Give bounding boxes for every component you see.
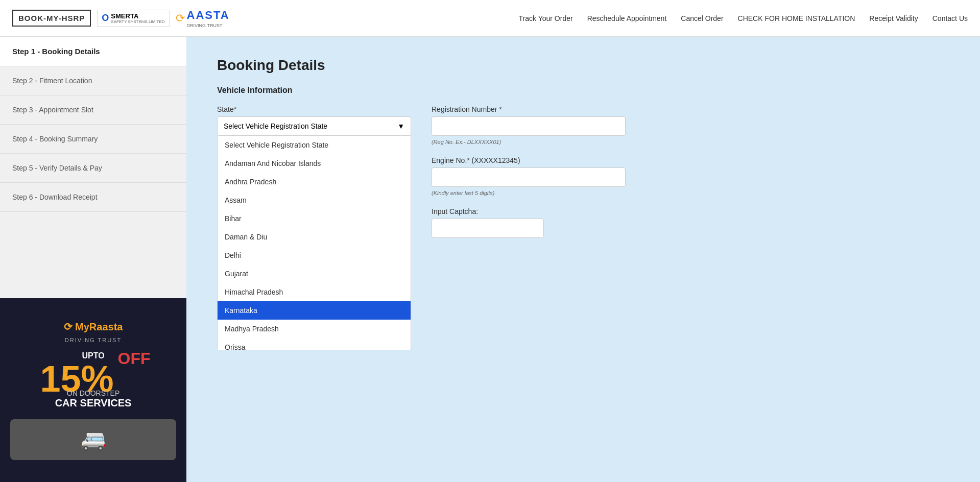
dropdown-item[interactable]: Gujarat <box>218 264 411 283</box>
aasta-logo: ⟳ AASTA DRIVING TRUST <box>176 9 230 28</box>
sidebar-step[interactable]: Step 4 - Booking Summary <box>0 125 186 154</box>
osmerta-logo: O SMERTA SAFETY SYSTEMS LIMITED <box>97 10 169 27</box>
ad-car-image: 🚐 <box>10 419 176 460</box>
nav-receipt-validity[interactable]: Receipt Validity <box>869 14 918 22</box>
reg-number-form-group: Registration Number * (Reg No. Ex.- DLXX… <box>432 105 626 238</box>
ad-driving-trust: DRIVING TRUST <box>65 337 122 343</box>
nav-check-home[interactable]: CHECK FOR HOME INSTALLATION <box>738 14 855 22</box>
dropdown-item[interactable]: Select Vehicle Registration State <box>218 136 411 154</box>
form-row: State* Select Vehicle Registration State… <box>217 105 949 238</box>
reg-number-label: Registration Number * <box>432 105 626 113</box>
state-dropdown-container: Select Vehicle Registration State ▼ Sele… <box>217 116 411 136</box>
sidebar-step[interactable]: Step 2 - Fitment Location <box>0 66 186 95</box>
dropdown-item[interactable]: Assam <box>218 191 411 209</box>
sidebar-ad: ⟳ MyRaasta DRIVING TRUST UPTO 15% OFF ON… <box>0 298 186 482</box>
state-label: State* <box>217 105 411 113</box>
aasta-icon: ⟳ <box>176 12 185 25</box>
engine-label: Engine No.* (XXXXX12345) <box>432 156 626 164</box>
aasta-text: AASTA <box>187 9 230 22</box>
dropdown-item[interactable]: Bihar <box>218 209 411 228</box>
logos-group: BOOK-MY-HSRP O SMERTA SAFETY SYSTEMS LIM… <box>12 9 230 28</box>
header-nav: Track Your Order Reschedule Appointment … <box>519 14 968 22</box>
dropdown-item[interactable]: Andaman And Nicobar Islands <box>218 154 411 173</box>
dropdown-item[interactable]: Andhra Pradesh <box>218 173 411 191</box>
nav-track-order[interactable]: Track Your Order <box>519 14 573 22</box>
nav-cancel-order[interactable]: Cancel Order <box>681 14 723 22</box>
sidebar-step[interactable]: Step 1 - Booking Details <box>0 37 186 66</box>
book-my-hsrp-logo: BOOK-MY-HSRP <box>12 10 91 27</box>
sidebar: Step 1 - Booking DetailsStep 2 - Fitment… <box>0 37 186 482</box>
reg-number-hint: (Reg No. Ex.- DLXXXXX01) <box>432 139 626 145</box>
vehicle-info-label: Vehicle Information <box>217 86 949 95</box>
captcha-label: Input Captcha: <box>432 207 626 215</box>
nav-reschedule[interactable]: Reschedule Appointment <box>587 14 667 22</box>
page-title: Booking Details <box>217 57 949 74</box>
header: BOOK-MY-HSRP O SMERTA SAFETY SYSTEMS LIM… <box>0 0 980 37</box>
main-content: Booking Details Vehicle Information Stat… <box>186 37 980 482</box>
aasta-sub: DRIVING TRUST <box>187 23 230 28</box>
osmerta-o: O <box>102 13 109 23</box>
engine-hint: (Kindly enter last 5 digits) <box>432 190 626 196</box>
dropdown-display[interactable]: Select Vehicle Registration State ▼ <box>217 116 411 136</box>
dropdown-item[interactable]: Orissa <box>218 338 411 350</box>
sidebar-step[interactable]: Step 6 - Download Receipt <box>0 183 186 212</box>
dropdown-item[interactable]: Himachal Pradesh <box>218 283 411 301</box>
sidebar-step[interactable]: Step 3 - Appointment Slot <box>0 95 186 125</box>
osmerta-sub: SAFETY SYSTEMS LIMITED <box>111 20 164 25</box>
osmerta-text: SMERTA <box>111 12 164 20</box>
captcha-input[interactable] <box>432 219 544 238</box>
dropdown-list: Select Vehicle Registration StateAndaman… <box>217 136 411 350</box>
nav-contact-us[interactable]: Contact Us <box>933 14 968 22</box>
dropdown-selected-text: Select Vehicle Registration State <box>224 122 327 130</box>
ad-service: CAR SERVICES <box>55 397 132 409</box>
ad-off: OFF <box>118 350 151 367</box>
main-layout: Step 1 - Booking DetailsStep 2 - Fitment… <box>0 37 980 482</box>
sidebar-step[interactable]: Step 5 - Verify Details & Pay <box>0 154 186 183</box>
dropdown-item[interactable]: Karnataka <box>218 301 411 320</box>
ad-on: ON DOORSTEP <box>67 389 119 397</box>
dropdown-item[interactable]: Delhi <box>218 246 411 264</box>
reg-number-input[interactable] <box>432 116 626 136</box>
dropdown-chevron-icon: ▼ <box>397 122 404 130</box>
sidebar-steps: Step 1 - Booking DetailsStep 2 - Fitment… <box>0 37 186 212</box>
engine-input[interactable] <box>432 167 626 187</box>
state-form-group: State* Select Vehicle Registration State… <box>217 105 411 136</box>
ad-logo: ⟳ MyRaasta <box>64 321 123 333</box>
dropdown-item[interactable]: Madhya Pradesh <box>218 320 411 338</box>
dropdown-item[interactable]: Daman & Diu <box>218 228 411 246</box>
